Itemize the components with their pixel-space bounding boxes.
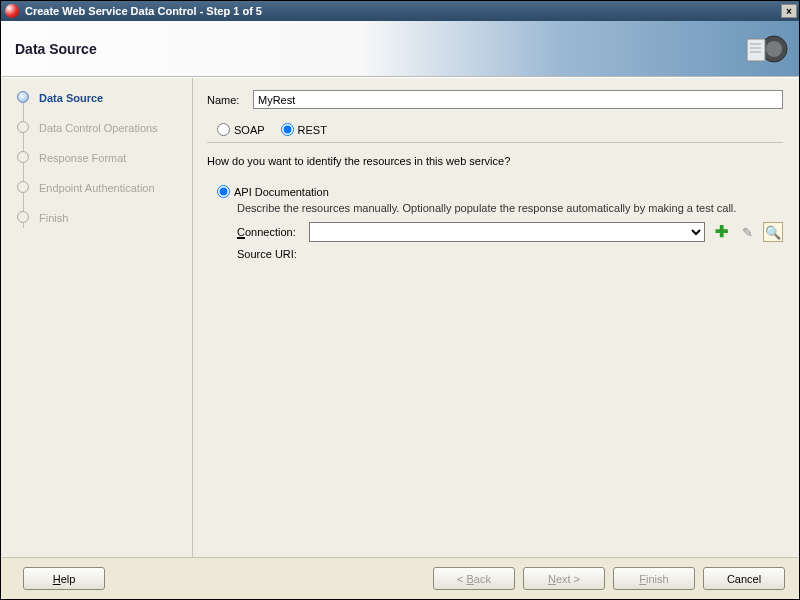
plus-icon: ✚ [715, 224, 728, 240]
step-label: Response Format [39, 152, 126, 164]
step-label: Endpoint Authentication [39, 182, 155, 194]
finish-button[interactable]: Finish [613, 567, 695, 590]
wizard-steps-sidebar: Data Source Data Control Operations Resp… [1, 78, 193, 557]
step-data-source[interactable]: Data Source [17, 88, 184, 118]
name-row: Name: [207, 90, 783, 109]
api-doc-option: API Documentation Describe the resources… [207, 185, 783, 260]
rest-label: REST [298, 124, 327, 136]
name-label: Name: [207, 94, 253, 106]
step-node-icon [17, 151, 29, 163]
edit-connection-button[interactable]: ✎ [737, 222, 757, 242]
rest-radio[interactable] [281, 123, 294, 136]
back-button[interactable]: < Back [433, 567, 515, 590]
soap-label: SOAP [234, 124, 265, 136]
svg-rect-2 [747, 39, 765, 61]
resource-question: How do you want to identify the resource… [207, 155, 783, 167]
api-doc-label: API Documentation [234, 186, 329, 198]
step-label: Data Source [39, 92, 103, 104]
pencil-icon: ✎ [742, 225, 753, 240]
name-input[interactable] [253, 90, 783, 109]
add-connection-button[interactable]: ✚ [711, 222, 731, 242]
titlebar: Create Web Service Data Control - Step 1… [1, 1, 799, 21]
source-uri-row: Source URI: [217, 248, 783, 260]
protocol-row: SOAP REST [207, 123, 783, 143]
protocol-rest[interactable]: REST [281, 123, 327, 136]
magnifier-icon: 🔍 [765, 225, 781, 240]
page-title: Data Source [15, 41, 97, 57]
step-finish[interactable]: Finish [17, 208, 184, 238]
cancel-button[interactable]: Cancel [703, 567, 785, 590]
close-button[interactable]: × [781, 4, 797, 18]
step-node-icon [17, 181, 29, 193]
api-doc-description: Describe the resources manually. Optiona… [217, 202, 783, 214]
app-icon [5, 4, 19, 18]
svg-point-1 [766, 41, 782, 57]
connection-label: Connection: [237, 226, 303, 238]
step-response-format[interactable]: Response Format [17, 148, 184, 178]
step-label: Finish [39, 212, 68, 224]
step-label: Data Control Operations [39, 122, 158, 134]
close-icon: × [786, 6, 792, 17]
step-node-icon [17, 121, 29, 133]
step-endpoint-authentication[interactable]: Endpoint Authentication [17, 178, 184, 208]
header-banner: Data Source [1, 21, 799, 77]
browse-connection-button[interactable]: 🔍 [763, 222, 783, 242]
connection-select[interactable] [309, 222, 705, 242]
soap-radio[interactable] [217, 123, 230, 136]
body-area: Data Source Data Control Operations Resp… [1, 77, 799, 557]
next-button[interactable]: Next > [523, 567, 605, 590]
step-node-icon [17, 211, 29, 223]
step-node-icon [17, 91, 29, 103]
main-panel: Name: SOAP REST How do you want to ident… [193, 78, 799, 557]
help-button[interactable]: Help [23, 567, 105, 590]
step-data-control-operations[interactable]: Data Control Operations [17, 118, 184, 148]
header-graphic [739, 29, 789, 69]
api-doc-radio[interactable] [217, 185, 230, 198]
source-uri-label: Source URI: [237, 248, 303, 260]
connection-row: Connection: ✚ ✎ 🔍 [217, 222, 783, 242]
protocol-soap[interactable]: SOAP [217, 123, 265, 136]
footer: Help < Back Next > Finish Cancel [1, 557, 799, 599]
window-title: Create Web Service Data Control - Step 1… [25, 5, 781, 17]
